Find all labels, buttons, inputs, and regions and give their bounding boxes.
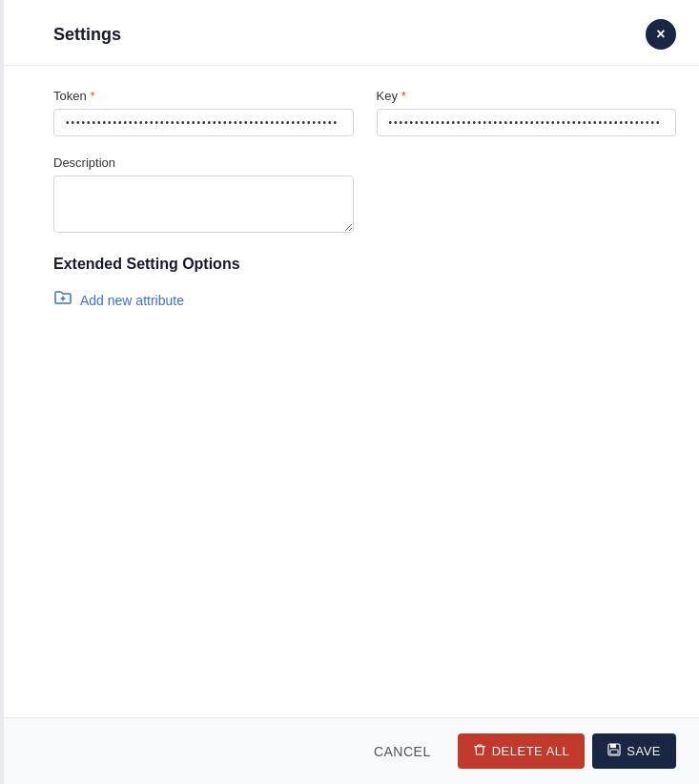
key-label: Key * bbox=[377, 89, 677, 103]
add-attribute-label: Add new attribute bbox=[80, 293, 184, 308]
extended-settings-title: Extended Setting Options bbox=[53, 256, 676, 273]
modal-body: Token * Key * Description Extended bbox=[0, 66, 699, 717]
close-button[interactable]: × bbox=[646, 19, 676, 50]
save-label: SAVE bbox=[627, 744, 661, 758]
svg-rect-5 bbox=[610, 750, 618, 754]
modal-title: Settings bbox=[53, 25, 121, 45]
key-input[interactable] bbox=[377, 109, 677, 136]
modal-header: Settings × bbox=[0, 0, 699, 66]
trash-icon bbox=[473, 743, 486, 759]
delete-all-button[interactable]: DELETE ALL bbox=[458, 733, 586, 769]
description-textarea[interactable] bbox=[53, 175, 354, 233]
svg-rect-4 bbox=[610, 744, 616, 748]
modal-overlay: Settings × Token * Key * bbox=[0, 0, 699, 784]
modal-footer: CANCEL DELETE ALL bbox=[0, 717, 699, 784]
token-input[interactable] bbox=[53, 109, 354, 136]
save-button[interactable]: SAVE bbox=[592, 733, 676, 769]
delete-label: DELETE ALL bbox=[492, 744, 570, 758]
add-attribute-button[interactable]: Add new attribute bbox=[53, 288, 184, 312]
key-group: Key * bbox=[377, 89, 677, 136]
token-key-row: Token * Key * bbox=[53, 89, 676, 136]
token-label: Token * bbox=[53, 89, 354, 103]
token-group: Token * bbox=[53, 89, 354, 136]
description-group: Description bbox=[53, 155, 676, 233]
key-required-star: * bbox=[401, 90, 406, 103]
folder-icon bbox=[53, 288, 72, 312]
description-label: Description bbox=[53, 155, 676, 170]
token-required-star: * bbox=[91, 90, 95, 103]
close-icon: × bbox=[656, 26, 665, 43]
cancel-button[interactable]: CANCEL bbox=[355, 734, 450, 769]
save-icon bbox=[607, 743, 621, 759]
modal-container: Settings × Token * Key * bbox=[0, 0, 699, 784]
sidebar-indicator bbox=[0, 0, 4, 784]
